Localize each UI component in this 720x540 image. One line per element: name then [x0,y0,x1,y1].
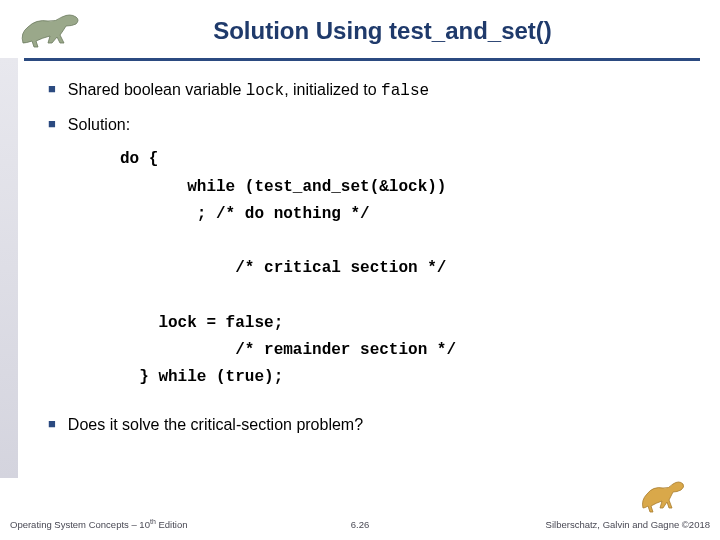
bullet-1-text: Shared boolean variable lock, initialize… [68,78,688,103]
copyright: Silberschatz, Galvin and Gagne ©2018 [546,519,710,530]
code-line: do { [120,150,158,168]
slide-title: Solution Using test_and_set() [105,17,720,45]
code-line: lock = false; [120,314,283,332]
code-inline: false [381,82,429,100]
bullet-2-text: Solution: [68,113,688,136]
code-line: while (test_and_set(&lock)) [120,178,446,196]
bullet-marker: ■ [48,80,56,99]
code-line: } while (true); [120,368,283,386]
title-row: Solution Using test_and_set() [0,4,720,58]
bullet-marker: ■ [48,415,56,434]
slide: Solution Using test_and_set() ■ Shared b… [0,0,720,540]
code-line: ; /* do nothing */ [120,205,370,223]
title-rule [24,58,700,61]
text-fragment: Shared boolean variable [68,81,246,98]
bullet-marker: ■ [48,115,56,134]
dinosaur-left-icon [10,7,105,55]
sidebar-strip [0,58,18,478]
code-block: do { while (test_and_set(&lock)) ; /* do… [120,146,688,391]
bullet-3: ■ Does it solve the critical-section pro… [48,413,688,436]
bullet-3-text: Does it solve the critical-section probl… [68,413,688,436]
footer: Operating System Concepts – 10th Edition… [0,502,720,532]
bullet-1: ■ Shared boolean variable lock, initiali… [48,78,688,103]
text-fragment: , initialized to [284,81,381,98]
code-line: /* remainder section */ [120,341,456,359]
code-line: /* critical section */ [120,259,446,277]
code-inline: lock [246,82,284,100]
content-area: ■ Shared boolean variable lock, initiali… [48,78,688,446]
bullet-2: ■ Solution: [48,113,688,136]
